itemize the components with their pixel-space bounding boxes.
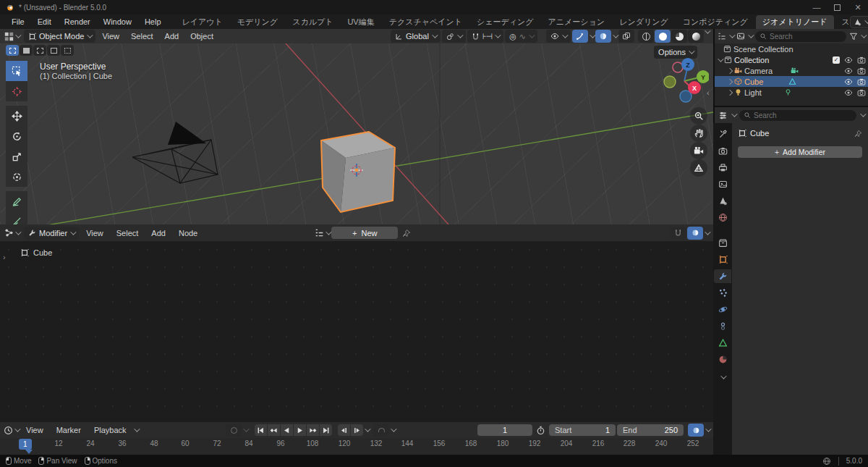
- zoom-button[interactable]: [690, 107, 707, 125]
- region-expand-arrow[interactable]: ›: [3, 253, 6, 261]
- outliner-editor-icon[interactable]: [718, 32, 726, 41]
- auto-keying-toggle[interactable]: [226, 424, 242, 437]
- select-subtract-button[interactable]: [33, 45, 46, 56]
- tab-material[interactable]: [714, 353, 731, 366]
- node-tree-browse-icon[interactable]: [315, 228, 324, 237]
- frame-forward-button[interactable]: [351, 424, 363, 436]
- disable-render-camera-icon[interactable]: [857, 77, 866, 86]
- timeline-menu-view[interactable]: View: [20, 424, 49, 436]
- outliner-row-light[interactable]: Light: [715, 87, 868, 98]
- frame-end-field[interactable]: End 250: [617, 424, 684, 436]
- snap-target-icon[interactable]: ⊦⊣: [482, 32, 492, 41]
- timeline-sync-toggle[interactable]: [688, 424, 704, 437]
- properties-search[interactable]: [739, 110, 856, 121]
- tab-modifier[interactable]: [714, 269, 731, 283]
- gizmo-axis-neg-x[interactable]: [673, 62, 683, 72]
- menu-window[interactable]: Window: [98, 16, 137, 28]
- node-snap-toggle[interactable]: [670, 227, 686, 240]
- gizmo-axis-x[interactable]: X: [688, 81, 701, 94]
- shading-solid-button[interactable]: [655, 30, 671, 43]
- tab-rendering[interactable]: レンダリング: [613, 15, 675, 29]
- visibility-dropdown[interactable]: [546, 30, 571, 43]
- node-menu-node[interactable]: Node: [173, 227, 203, 239]
- pivot-dropdown[interactable]: [442, 30, 466, 43]
- expand-arrow-icon[interactable]: [727, 89, 733, 95]
- tab-view-layer[interactable]: [714, 177, 731, 191]
- tab-collection[interactable]: [714, 236, 731, 250]
- tab-particles[interactable]: [714, 286, 731, 300]
- gizmo-axis-neg-z[interactable]: [680, 91, 692, 102]
- select-invert-button[interactable]: [47, 45, 60, 56]
- stopwatch-icon[interactable]: [536, 426, 545, 435]
- tab-render[interactable]: [714, 144, 731, 158]
- minimize-button[interactable]: —: [812, 3, 821, 12]
- tab-world[interactable]: [714, 211, 731, 224]
- play-button[interactable]: [294, 424, 306, 436]
- current-frame-field[interactable]: 1: [477, 424, 532, 436]
- add-modifier-button[interactable]: + Add Modifier: [738, 146, 862, 158]
- jump-to-end-button[interactable]: [320, 424, 332, 436]
- gizmo-axis-z[interactable]: Z: [681, 58, 694, 71]
- next-keyframe-button[interactable]: [307, 424, 319, 436]
- mode-dropdown[interactable]: Object Mode: [24, 30, 95, 43]
- proportional-editing-icon[interactable]: ◎: [509, 32, 516, 41]
- outliner-search[interactable]: [755, 31, 846, 42]
- select-set-button[interactable]: [6, 45, 19, 56]
- play-reverse-button[interactable]: [281, 424, 293, 436]
- gizmo-axis-neg-y[interactable]: [664, 76, 676, 88]
- node-menu-add[interactable]: Add: [145, 227, 171, 239]
- tool-annotate[interactable]: [6, 191, 27, 211]
- tool-rotate[interactable]: [6, 126, 27, 146]
- properties-search-input[interactable]: [754, 112, 812, 119]
- tool-move[interactable]: [6, 106, 27, 126]
- tab-sculpting[interactable]: スカルプト: [286, 15, 339, 29]
- tab-texture-paint[interactable]: テクスチャペイント: [383, 15, 469, 29]
- tab-uv-editing[interactable]: UV編集: [341, 15, 380, 29]
- outliner-row-collection[interactable]: Collection ✓: [715, 54, 868, 65]
- hide-eye-icon[interactable]: [844, 77, 853, 86]
- shading-rendered-button[interactable]: [688, 30, 704, 43]
- collection-checkbox[interactable]: ✓: [833, 56, 840, 64]
- menu-help[interactable]: Help: [139, 16, 167, 28]
- editor-type-icon[interactable]: [4, 32, 14, 41]
- tab-output[interactable]: [714, 161, 731, 174]
- navigation-gizmo[interactable]: Z Y X: [658, 56, 709, 107]
- new-node-tree-button[interactable]: + New: [331, 227, 398, 239]
- snap-group[interactable]: ⊦⊣: [467, 30, 503, 43]
- tool-measure[interactable]: [6, 211, 27, 224]
- viewport-3d[interactable]: User Perspective (1) Collection | Cube O…: [0, 43, 713, 224]
- tab-animation[interactable]: アニメーション: [542, 15, 612, 29]
- outliner-row-scene-collection[interactable]: Scene Collection: [715, 43, 868, 54]
- tab-tool[interactable]: [714, 127, 731, 141]
- tab-geometry-nodes[interactable]: ジオメトリノード: [756, 15, 834, 29]
- sidebar-collapse-arrow[interactable]: ‹: [707, 88, 710, 97]
- tab-layout[interactable]: レイアウト: [176, 15, 229, 29]
- node-tree-type-dropdown[interactable]: Modifier: [24, 227, 79, 240]
- gizmo-axis-y[interactable]: Y: [697, 70, 709, 83]
- proportional-editing-group[interactable]: ◎ ∿: [505, 30, 537, 43]
- node-overlays-toggle[interactable]: [687, 227, 703, 240]
- tool-select-box[interactable]: [6, 61, 27, 81]
- tab-constraints[interactable]: [714, 319, 731, 333]
- timeline-menu-playback[interactable]: Playback: [88, 424, 132, 436]
- maximize-button[interactable]: [834, 4, 841, 11]
- outliner-search-input[interactable]: [770, 33, 827, 41]
- cube-object[interactable]: [321, 132, 395, 212]
- tool-transform[interactable]: [6, 167, 27, 187]
- pin-icon[interactable]: [402, 229, 411, 237]
- viewport-menu-object[interactable]: Object: [185, 30, 218, 42]
- frame-back-button[interactable]: [338, 424, 350, 436]
- tab-compositing[interactable]: コンポジティング: [676, 15, 754, 29]
- hide-eye-icon[interactable]: [844, 56, 853, 64]
- menu-render[interactable]: Render: [59, 16, 96, 28]
- preview-range-toggle[interactable]: [373, 424, 389, 437]
- expand-arrow-icon[interactable]: [727, 78, 733, 84]
- disable-render-camera-icon[interactable]: [857, 88, 866, 97]
- perspective-toggle-button[interactable]: [690, 159, 707, 177]
- transform-orientation-dropdown[interactable]: Global: [391, 30, 441, 43]
- snap-magnet-icon[interactable]: [472, 33, 480, 41]
- prev-keyframe-button[interactable]: [268, 424, 280, 436]
- playhead[interactable]: 1: [19, 439, 32, 450]
- tool-cursor[interactable]: [6, 81, 27, 101]
- tool-scale[interactable]: [6, 146, 27, 167]
